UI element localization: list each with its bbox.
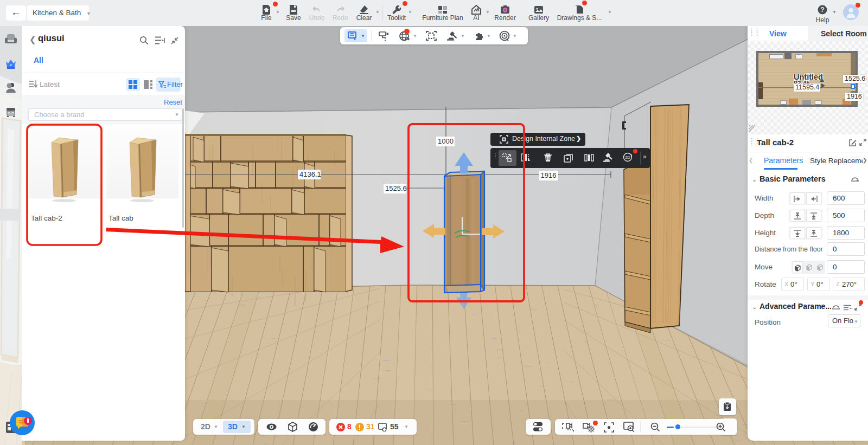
svg-text:2D: 2D bbox=[625, 155, 630, 160]
svg-text:v: v bbox=[10, 63, 12, 67]
svg-text:?: ? bbox=[820, 6, 824, 14]
